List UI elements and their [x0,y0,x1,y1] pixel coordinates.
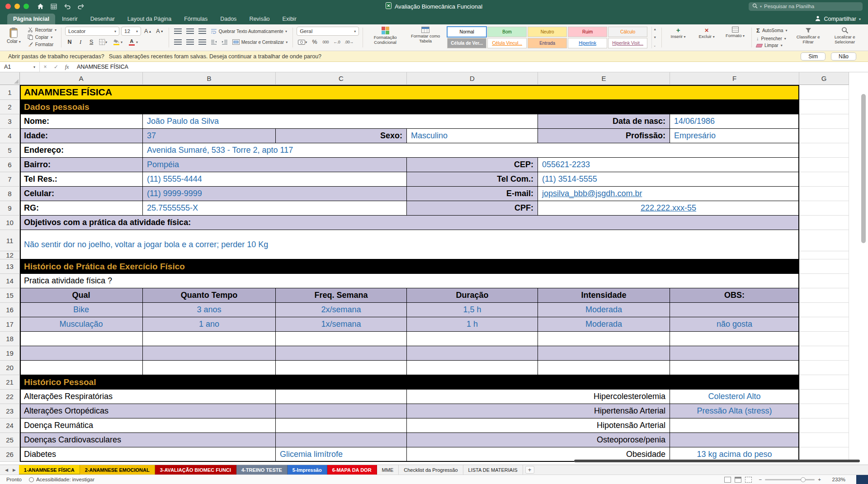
page-layout-view-icon[interactable] [735,477,741,483]
cell-F24[interactable] [670,418,799,433]
style-gallery-scroll[interactable]: ▲▼⌄ [651,27,658,48]
cell-F22[interactable]: Colesterol Alto [670,390,799,404]
sheet-tab[interactable]: 4-TREINO TESTE [236,465,288,475]
cell-D19[interactable] [407,346,538,361]
cell-D24[interactable]: Hipotensão Arterial [407,418,670,433]
cell-C19[interactable] [276,346,407,361]
row-header-22[interactable]: 22 [0,390,20,404]
cell-G17[interactable] [799,317,849,332]
row-header-10[interactable]: 10 [0,216,20,230]
row-header-19[interactable]: 19 [0,346,20,361]
add-sheet-button[interactable]: + [525,466,534,474]
cell-A5[interactable]: Endereço: [20,143,143,158]
cell-G15[interactable] [799,288,849,303]
cell-A23[interactable]: Alterações Ortopédicas [20,404,276,418]
ribbon-tab[interactable]: Exibir [277,14,302,24]
cell-C20[interactable] [276,361,407,375]
column-header-D[interactable]: D [407,72,538,85]
align-middle-icon[interactable] [185,27,195,36]
cell-A4[interactable]: Idade: [20,129,143,143]
style-chip[interactable]: Célula de Ver... [447,38,486,48]
cell-A16[interactable]: Bike [20,303,143,317]
currency-format-icon[interactable]: ▾ [297,38,308,47]
cell-E8[interactable]: jopsilva_bbb@jsgdh.com.br [538,187,799,201]
sort-filter-button[interactable]: Classificar e Filtrar [792,27,825,44]
sheet-tab[interactable]: 5-Impressão [288,465,327,475]
tabs-scroll-left-icon[interactable]: ◀ [3,468,10,472]
column-header-B[interactable]: B [143,72,276,85]
cell-D8[interactable]: E-mail: [407,187,538,201]
cell-D18[interactable] [407,332,538,346]
cell-G22[interactable] [799,390,849,404]
confirm-entry-icon[interactable]: ✓ [51,64,61,70]
insert-function-icon[interactable]: fx [61,64,72,70]
row-header-25[interactable]: 25 [0,433,20,447]
insert-cells-button[interactable]: + Inserir ▾ [665,27,691,39]
cell-D9[interactable]: CPF: [407,201,538,216]
number-format-select[interactable]: Geral▾ [297,27,359,36]
share-button[interactable]: Compartilhar ▾ [815,15,861,24]
zoom-level[interactable]: 233% [828,477,845,482]
cell-A2[interactable]: Dados pessoais [20,100,799,114]
clear-button[interactable]: Limpar ▾ [755,42,788,48]
cell-C24[interactable] [276,418,407,433]
row-header-15[interactable]: 15 [0,288,20,303]
cell-A18[interactable] [20,332,143,346]
row-header-12[interactable]: 12 [0,251,20,259]
fill-color-icon[interactable]: ▾ [110,38,124,47]
font-color-icon[interactable]: A▾ [126,38,139,47]
accessibility-status[interactable]: Acessibilidade: investigar [29,477,94,482]
cancel-entry-icon[interactable]: × [40,64,51,70]
cell-G4[interactable] [799,129,849,143]
ribbon-tab[interactable]: Revisão [243,14,275,24]
cell-F4[interactable]: Empresário [670,129,799,143]
row-header-1[interactable]: 1 [0,85,20,100]
cell-F17[interactable]: não gosta [670,317,799,332]
row-header-9[interactable]: 9 [0,201,20,216]
percent-format-icon[interactable]: % [310,38,319,47]
cell-A10[interactable]: Objetivos com a prática da atividade fís… [20,216,799,230]
font-size-select[interactable]: 12▾ [121,27,141,36]
cell-G25[interactable] [799,433,849,447]
cell-G18[interactable] [799,332,849,346]
cell-F15[interactable]: OBS: [670,288,799,303]
cell-G3[interactable] [799,114,849,129]
cell-E4[interactable]: Profissão: [538,129,670,143]
decrease-decimal-icon[interactable]: .00→ [343,38,355,47]
cell-B5[interactable]: Avenida Sumaré, 533 - Torre 2, apto 117 [143,143,799,158]
cell-D17[interactable]: 1 h [407,317,538,332]
style-chip[interactable]: Cálculo [608,27,647,37]
underline-button[interactable]: S [87,38,96,47]
row-header-17[interactable]: 17 [0,317,20,332]
row-header-26[interactable]: 26 [0,447,20,462]
style-chip[interactable]: Neutro [528,27,567,37]
find-select-button[interactable]: Localizar e Selecionar [828,27,862,44]
cell-B3[interactable]: João Paulo da Silva [143,114,538,129]
column-header-A[interactable]: A [20,72,143,85]
zoom-slider[interactable] [765,479,815,480]
sheet-tab[interactable]: Checklist da Progressão [399,465,463,475]
cell-G9[interactable] [799,201,849,216]
ribbon-tab[interactable]: Layout da Página [122,14,177,24]
cell-C25[interactable] [276,433,407,447]
column-header-G[interactable]: G [799,72,849,85]
cell-C18[interactable] [276,332,407,346]
sheet-tab[interactable]: 2-ANAMNESE EMOCIONAL [80,465,155,475]
borders-icon[interactable]: ▾ [98,38,108,47]
column-header-C[interactable]: C [276,72,407,85]
autosum-button[interactable]: ΣAutoSoma ▾ [755,27,788,34]
search-box[interactable]: ▾ Pesquisar na Planilha [749,2,863,11]
bold-button[interactable]: N [65,38,74,47]
sheet-tab[interactable]: LISTA DE MATERIAIS [463,465,523,475]
cell-E16[interactable]: Moderada [538,303,670,317]
cell-G21[interactable] [799,375,849,390]
cell-A25[interactable]: Doenças Cardiovasculares [20,433,276,447]
cell-G7[interactable] [799,172,849,187]
increase-decimal-icon[interactable]: ←.0 [332,38,341,47]
cell-E6[interactable]: 055621-2233 [538,158,799,172]
ribbon-tab[interactable]: Fórmulas [178,14,213,24]
cell-A11[interactable]: Não sentir dor no joelho, voltar a jogar… [20,230,799,259]
cell-A14[interactable]: Pratica atividade física ? [20,274,799,288]
cell-C22[interactable] [276,390,407,404]
cell-G24[interactable] [799,418,849,433]
